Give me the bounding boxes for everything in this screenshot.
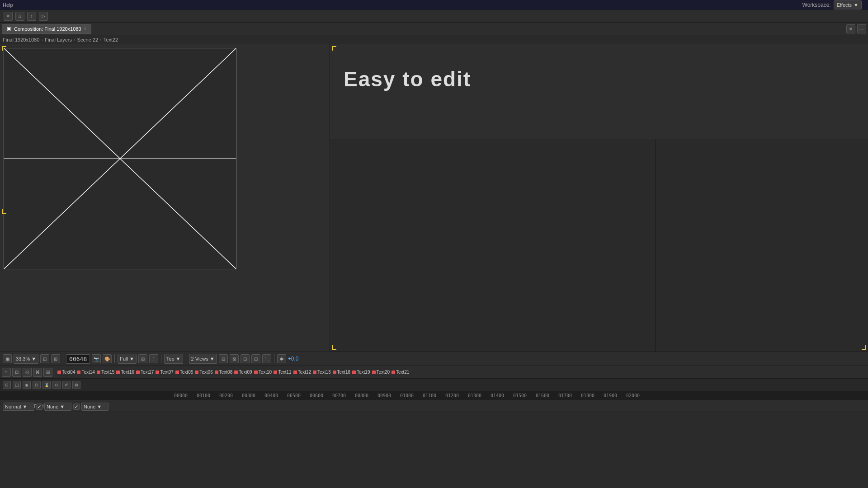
color-btn[interactable]: 🎨 [103, 354, 112, 363]
quality-value: Full [120, 356, 128, 361]
breadcrumb-4[interactable]: Text22 [104, 37, 118, 42]
layer-label[interactable]: Text14 [77, 370, 94, 375]
layer-label[interactable]: Text10 [254, 370, 272, 375]
toolbar-row: ✕ ⌂ ↕ ▷ [0, 10, 868, 23]
views-value: 2 Views [191, 356, 208, 361]
corner-marker-right-tl [332, 46, 336, 51]
help-menu[interactable]: Help [3, 2, 13, 8]
layer-label[interactable]: Text05 [175, 370, 193, 375]
workspace-dropdown[interactable]: Effects ▼ [834, 0, 862, 9]
corner-marker-br [862, 345, 866, 350]
layer-label[interactable]: Text21 [392, 370, 409, 375]
zoom-dropdown[interactable]: 33,3% ▼ [14, 354, 38, 364]
canvas-area[interactable] [4, 48, 236, 269]
grid-btn[interactable]: ⊞ [138, 354, 147, 363]
sync-btn[interactable]: ↕ [27, 12, 36, 21]
timeline-layers: ≡ ⊡ ◎ ⌘ ⊞ Text04Text14Text15Text16Text17… [0, 366, 868, 379]
ruler-mark: 01500 [513, 393, 536, 398]
layer-label[interactable]: Text09 [234, 370, 252, 375]
trikmat-check[interactable]: ✓ [36, 404, 42, 410]
canvas-svg [4, 48, 236, 269]
tl-icon1[interactable]: ≡ [2, 368, 11, 377]
mode-dropdown[interactable]: Normal▼ [3, 403, 34, 411]
corner-marker-right-bl [332, 345, 336, 350]
layer-label[interactable]: Text16 [116, 370, 134, 375]
layer-label[interactable]: Text06 [195, 370, 212, 375]
tab-bar: ▣ Composition: Final 868x488 × ≡ — [0, 23, 868, 35]
panel-close-btn[interactable]: — [857, 24, 866, 33]
magic-btn[interactable]: ✱ [277, 354, 286, 363]
views-dropdown[interactable]: 2 Views ▼ [189, 354, 217, 364]
bookmark-btn[interactable]: ▷ [39, 12, 48, 21]
right-top-area: Easy to edit [330, 44, 868, 139]
panel-menu-btn[interactable]: ≡ [846, 24, 855, 33]
tl-icon5[interactable]: ⊞ [43, 368, 52, 377]
layer-label[interactable]: Text17 [136, 370, 154, 375]
camera-btn[interactable]: 📷 [92, 354, 101, 363]
close-btn[interactable]: ✕ [4, 12, 13, 21]
layer-labels: Text04Text14Text15Text16Text17Text07Text… [57, 370, 409, 375]
sep5 [274, 354, 274, 363]
main-composition-text: Easy to edit [344, 67, 471, 91]
layout-btn3[interactable]: ⊡ [241, 354, 250, 363]
layer-label[interactable]: Text15 [97, 370, 114, 375]
ruler-mark: 00600 [310, 393, 332, 398]
layer-label[interactable]: Text13 [313, 370, 330, 375]
view-mode-value: Top [166, 356, 175, 361]
layout-btn2[interactable]: ⊠ [230, 354, 239, 363]
layer-label[interactable]: Text08 [215, 370, 232, 375]
timecode-display[interactable]: 00648 [66, 354, 90, 364]
tab-icon: ▣ [7, 26, 11, 32]
sep4 [186, 354, 186, 363]
composition-tab[interactable]: ▣ Composition: Final 868x488 × [2, 24, 91, 34]
crop-btn[interactable]: ⊡ [40, 354, 49, 363]
trikmat-dropdown[interactable]: None▼ [44, 403, 71, 411]
ruler-mark: 01200 [445, 393, 468, 398]
bottom-left-panel [330, 139, 656, 352]
breadcrumb-2[interactable]: Final Layers [45, 37, 72, 42]
layer-label[interactable]: Text07 [156, 370, 173, 375]
tc-btn6[interactable]: ⊙ [52, 381, 61, 389]
tc-btn1[interactable]: ⊟ [3, 381, 11, 389]
right-bottom-area [330, 139, 868, 352]
layer-label[interactable]: Text20 [372, 370, 390, 375]
ruler-mark: 01400 [491, 393, 513, 398]
ruler-mark: 01800 [581, 393, 604, 398]
tab-title: Composition: Final 868x488 [14, 26, 81, 32]
ruler-mark: 00000 [174, 393, 197, 398]
ruler-mark: 00800 [355, 393, 377, 398]
tab-close-btn[interactable]: × [84, 26, 87, 31]
home-btn[interactable]: ⌂ [15, 12, 24, 21]
tc-btn4[interactable]: ⊡ [33, 381, 41, 389]
layer-label[interactable]: Text19 [352, 370, 370, 375]
viewer-area: Easy to edit [0, 44, 868, 352]
tc-btn5[interactable]: ⌛ [42, 381, 51, 389]
layer-label[interactable]: Text18 [333, 370, 350, 375]
3d-btn[interactable]: ⋱ [262, 354, 271, 363]
corner-marker-bl [2, 209, 6, 214]
tc-btn3[interactable]: ◉ [23, 381, 31, 389]
tl-icon2[interactable]: ⊡ [12, 368, 21, 377]
layer-label[interactable]: Text12 [293, 370, 311, 375]
tl-icon3[interactable]: ◎ [23, 368, 32, 377]
view-mode-dropdown[interactable]: Top ▼ [164, 354, 183, 364]
parent-check[interactable]: ✓ [73, 404, 80, 410]
layer-label[interactable]: Text04 [57, 370, 75, 375]
ruler-mark: 00200 [219, 393, 242, 398]
layout-btn1[interactable]: ⊟ [219, 354, 228, 363]
parent-dropdown[interactable]: None▼ [81, 403, 108, 411]
tc-btn2[interactable]: ◫ [13, 381, 21, 389]
layout-btn4[interactable]: ⊡ [251, 354, 260, 363]
quality-dropdown[interactable]: Full ▼ [118, 354, 137, 364]
grid2-btn[interactable]: ⋮ [149, 354, 158, 363]
breadcrumb-3[interactable]: Scene 22 [77, 37, 98, 42]
fit-btn[interactable]: ⊞ [51, 354, 60, 363]
ruler-mark: 01300 [468, 393, 491, 398]
tl-icon4[interactable]: ⌘ [33, 368, 42, 377]
viewer-icon[interactable]: ▣ [3, 354, 12, 363]
tc-btn8[interactable]: ⊠ [72, 381, 80, 389]
layer-label[interactable]: Text11 [274, 370, 291, 375]
tc-btn7[interactable]: ↺ [62, 381, 71, 389]
sep2 [114, 354, 115, 363]
breadcrumb-1[interactable]: Final 868x488 [3, 37, 39, 42]
